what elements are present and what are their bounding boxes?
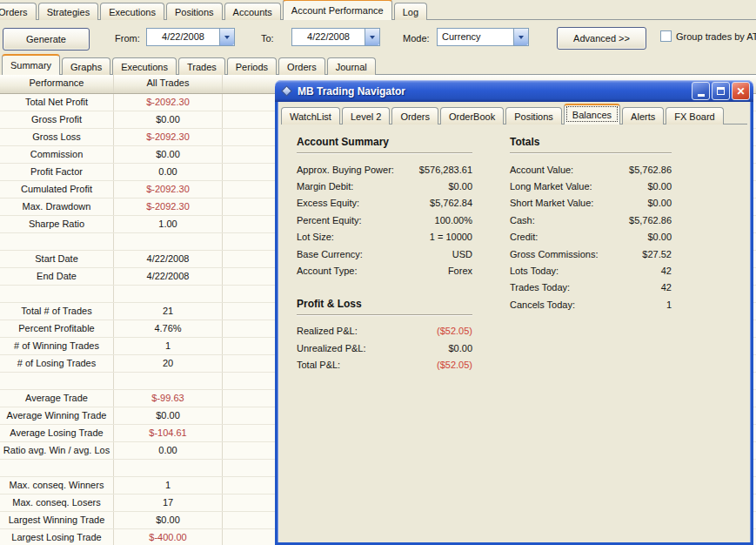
account-summary-title: Account Summary [297,136,472,148]
metric-value: 4/22/2008 [114,268,223,285]
report-tab-periods[interactable]: Periods [227,57,277,75]
stat-label: Excess Equity: [297,198,359,208]
main-tab-strategies[interactable]: Strategies [38,3,99,20]
stat-value: $5,762.86 [629,165,672,175]
stat-value: $576,283.61 [419,165,472,175]
metric-value: 21 [114,303,223,320]
stat-row: Margin Debit:$0.00 [297,178,472,194]
main-tab-executions[interactable]: Executions [100,3,164,20]
metric-label: Max. conseq. Winners [0,477,114,494]
metric-value: $-2092.30 [114,181,223,198]
stat-label: Long Market Value: [510,181,592,192]
metric-value: $-104.61 [114,425,223,441]
main-tab-log[interactable]: Log [394,3,427,20]
column-header-all-trades: All Trades [114,75,223,93]
metric-label: Average Losing Trade [0,425,114,441]
stat-label: Gross Commissions: [510,249,598,259]
metric-value: $0.00 [114,512,223,528]
metric-label: Gross Profit [0,111,114,128]
stat-value: $27.52 [642,249,672,259]
main-tab-positions[interactable]: Positions [166,3,223,20]
mode-value: Currency [438,29,513,45]
nav-tab-orders[interactable]: Orders [391,107,438,124]
maximize-button[interactable] [712,82,730,100]
group-trades-label: Group trades by AT [676,31,756,42]
metric-value: $-400.00 [114,529,223,545]
nav-tab-positions[interactable]: Positions [505,107,562,124]
stat-row: Unrealized P&L:$0.00 [297,340,472,356]
account-summary-section: Account Summary Approx. Buying Power:$57… [297,125,472,373]
group-trades-checkbox[interactable] [660,30,672,42]
report-tab-trades[interactable]: Trades [178,57,225,75]
main-tab-orders[interactable]: Orders [0,3,37,20]
metric-label: Start Date [0,251,114,267]
stat-label: Total P&L: [297,360,340,370]
main-tab-account-performance[interactable]: Account Performance [283,0,392,20]
report-tab-journal[interactable]: Journal [327,57,376,75]
metric-label: Largest Losing Trade [0,529,114,545]
nav-tab-alerts[interactable]: Alerts [622,107,664,124]
nav-tab-watchlist[interactable]: WatchList [281,107,340,124]
stat-value: ($52.05) [437,360,472,370]
stat-row: Trades Today:42 [510,279,672,296]
metric-value: 20 [114,355,223,372]
stat-row: Gross Commissions:$27.52 [510,246,672,262]
metric-label: # of Winning Trades [0,338,114,354]
metric-label: Max. conseq. Losers [0,495,114,511]
mode-label: Mode: [403,33,430,44]
chevron-down-icon[interactable] [513,29,528,45]
metric-value: 1 [114,338,223,354]
stat-row: Base Currency:USD [297,246,472,262]
chevron-down-icon[interactable] [219,29,234,45]
chevron-down-icon[interactable] [365,29,379,45]
stat-row: Percent Equity:100.00% [297,212,472,228]
stat-value: Forex [448,266,472,276]
report-tab-executions[interactable]: Executions [112,57,177,75]
main-tab-accounts[interactable]: Accounts [224,3,281,20]
mode-select[interactable]: Currency [437,28,529,46]
metric-value: 1.00 [114,216,223,232]
stat-row: Total P&L:($52.05) [297,357,472,373]
metric-label: Cumulated Profit [0,181,114,198]
stat-value: 1 = 10000 [430,232,472,242]
window-titlebar[interactable]: MB Trading Navigator ✕ [275,80,753,102]
stat-row: Lots Today:42 [510,262,672,279]
metric-label: Profit Factor [0,164,114,180]
report-tab-summary[interactable]: Summary [2,54,60,75]
report-tab-graphs[interactable]: Graphs [62,57,110,75]
nav-tab-fx-board[interactable]: FX Board [666,107,723,124]
nav-tab-level2[interactable]: Level 2 [342,107,390,124]
from-date-select[interactable]: 4/22/2008 [146,28,235,46]
stat-row: Account Value:$5,762.86 [510,161,672,178]
stat-row: Credit:$0.00 [510,229,672,246]
stat-row: Cash:$5,762.86 [510,212,672,228]
metric-value: $-2092.30 [114,129,223,145]
stat-value: $5,762.86 [629,215,672,225]
close-button[interactable]: ✕ [732,82,750,100]
metric-value: 4.76% [114,320,223,337]
group-trades-checkbox-field[interactable]: Group trades by AT [660,30,756,42]
column-header-performance: Performance [0,75,114,93]
metric-label: Average Trade [0,390,114,407]
to-date-select[interactable]: 4/22/2008 [291,28,380,46]
nav-tab-orderbook[interactable]: OrderBook [440,107,504,124]
metric-label: Max. Drawdown [0,198,114,215]
stat-row: Excess Equity:$5,762.84 [297,195,472,212]
report-tab-orders[interactable]: Orders [278,57,325,75]
metric-value: $0.00 [114,111,223,128]
to-label: To: [261,33,274,44]
section-divider [297,314,472,315]
minimize-icon [698,94,705,97]
generate-button[interactable]: Generate [3,28,90,50]
report-toolbar: Generate From: 4/22/2008 To: 4/22/2008 M… [0,19,756,54]
minimize-button[interactable] [692,82,710,100]
stat-label: Approx. Buying Power: [297,165,394,175]
stat-value: 42 [661,266,672,276]
section-divider [297,152,472,153]
metric-label: Percent Profitable [0,320,114,337]
metric-value: $-2092.30 [114,198,223,215]
metric-value: 0.00 [114,442,223,459]
advanced-button[interactable]: Advanced >> [557,27,646,50]
nav-tab-balances[interactable]: Balances [564,104,620,124]
metric-label: Largest Winning Trade [0,512,114,528]
